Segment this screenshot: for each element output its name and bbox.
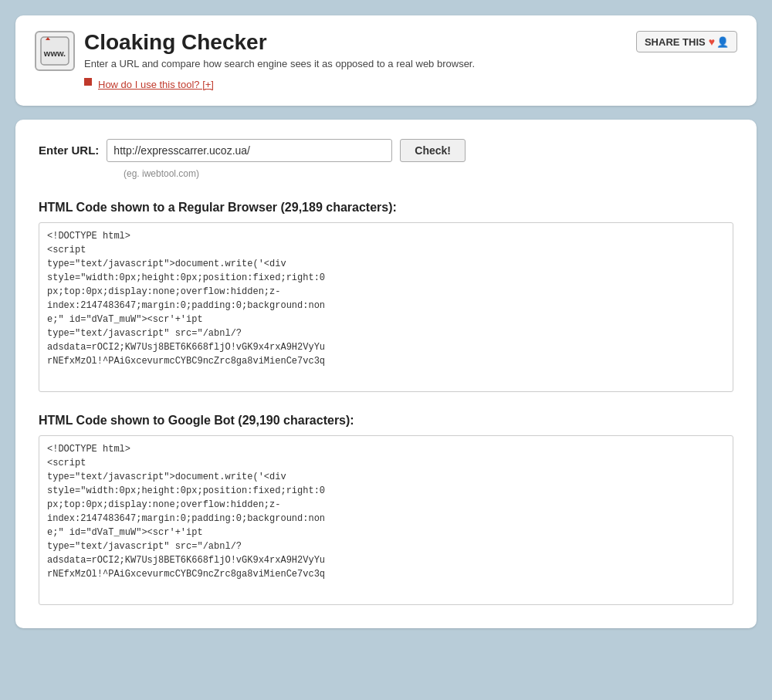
header-card: www. Cloaking Checker Enter a URL and co…	[15, 15, 757, 106]
header-text: Cloaking Checker Enter a URL and compare…	[84, 31, 475, 90]
google-code-box[interactable]: <!DOCTYPE html> <script type="text/javas…	[39, 435, 733, 605]
header-row: www. Cloaking Checker Enter a URL and co…	[35, 31, 737, 90]
svg-text:www.: www.	[43, 49, 66, 58]
browser-code-box[interactable]: <!DOCTYPE html> <script type="text/javas…	[39, 222, 733, 392]
url-input[interactable]	[107, 139, 392, 162]
main-card: Enter URL: Check! (eg. iwebtool.com) HTM…	[15, 120, 757, 628]
heart-icon: ♥	[709, 36, 715, 48]
subtitle: Enter a URL and compare how search engin…	[84, 58, 475, 69]
share-button[interactable]: SHARE THIS ♥ 👤	[636, 31, 737, 52]
check-button[interactable]: Check!	[400, 139, 466, 162]
page-title: Cloaking Checker	[84, 31, 475, 55]
url-label: Enter URL:	[39, 144, 99, 157]
person-icon: 👤	[716, 36, 729, 48]
url-input-row: Enter URL: Check!	[39, 139, 733, 162]
share-label: SHARE THIS	[645, 36, 706, 48]
logo-icon: www.	[35, 31, 75, 71]
header-left: www. Cloaking Checker Enter a URL and co…	[35, 31, 475, 90]
red-square-icon	[84, 78, 92, 86]
help-link[interactable]: How do I use this tool? [+]	[98, 79, 214, 90]
share-icons: ♥ 👤	[709, 36, 729, 48]
google-section-title: HTML Code shown to Google Bot (29,190 ch…	[39, 414, 733, 428]
browser-section-title: HTML Code shown to a Regular Browser (29…	[39, 201, 733, 215]
eg-text: (eg. iwebtool.com)	[124, 168, 733, 179]
